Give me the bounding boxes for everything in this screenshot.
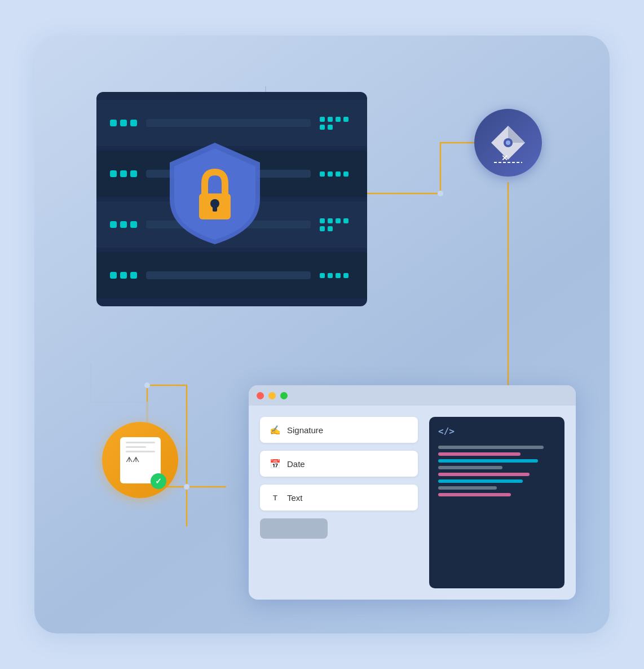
form-panel: ✍ Signature 📅 Date T Text <box>260 417 418 588</box>
date-icon: 📅 <box>269 457 281 470</box>
doc-line <box>126 442 155 443</box>
date-label: Date <box>287 459 305 469</box>
rack-dots-right <box>320 171 354 177</box>
pen-tool-icon: ✕ <box>486 120 531 165</box>
svg-point-7 <box>438 191 443 196</box>
close-button[interactable] <box>257 392 264 399</box>
rack-dot-small <box>343 171 349 177</box>
doc-line <box>126 451 155 452</box>
rack-dot-small <box>336 117 341 122</box>
svg-point-6 <box>184 484 189 490</box>
signature-circle: ᗑᗑ ✓ <box>102 422 178 498</box>
rack-dots-right <box>320 218 354 231</box>
rack-dot <box>110 221 117 228</box>
rack-dot <box>110 272 117 279</box>
rack-dot <box>130 272 137 279</box>
code-lines <box>438 446 555 500</box>
rack-dot-small <box>328 218 333 223</box>
outer-card: ✕ ᗑᗑ ✓ <box>34 36 610 633</box>
minimize-button[interactable] <box>268 392 276 399</box>
rack-dot-small <box>336 218 341 223</box>
rack-dot <box>130 120 137 126</box>
rack-dots-right <box>320 117 354 130</box>
pen-tool-circle: ✕ <box>474 109 542 177</box>
rack-dots-left <box>110 221 137 228</box>
rack-dot-small <box>343 273 349 278</box>
rack-dot-small <box>328 125 333 130</box>
text-field[interactable]: T Text <box>260 485 418 510</box>
text-label: Text <box>287 493 303 503</box>
rack-dot-small <box>343 117 349 122</box>
rack-dots-left <box>110 272 137 279</box>
code-line <box>438 459 538 463</box>
rack-dot <box>120 272 127 279</box>
code-line <box>438 446 544 449</box>
rack-dot-small <box>328 226 333 231</box>
maximize-button[interactable] <box>280 392 288 399</box>
app-window: ✍ Signature 📅 Date T Text </> <box>249 385 576 600</box>
rack-dot-small <box>320 226 325 231</box>
submit-button[interactable] <box>260 518 328 539</box>
code-line <box>438 473 530 476</box>
code-line <box>438 466 502 469</box>
text-field-icon: T <box>269 491 281 504</box>
rack-dot-small <box>336 273 341 278</box>
rack-dot-small <box>320 125 325 130</box>
rack-dots-left <box>110 120 137 126</box>
signature-document: ᗑᗑ ✓ <box>120 437 161 483</box>
code-panel: </> <box>429 417 564 588</box>
code-line <box>438 493 511 496</box>
rack-dot <box>120 221 127 228</box>
rack-dot-small <box>336 171 341 177</box>
rack-row <box>96 252 367 298</box>
signature-label: Signature <box>287 425 323 435</box>
svg-text:✕: ✕ <box>501 153 508 162</box>
rack-dot <box>110 170 117 177</box>
date-field[interactable]: 📅 Date <box>260 451 418 477</box>
code-tag-label: </> <box>438 426 555 437</box>
rack-dot <box>130 170 137 177</box>
signature-icon: ✍ <box>269 424 281 436</box>
code-line <box>438 479 523 483</box>
code-line <box>438 452 521 456</box>
window-titlebar <box>249 385 576 406</box>
rack-bar <box>146 119 311 127</box>
rack-dot-small <box>320 273 325 278</box>
svg-point-5 <box>144 382 150 388</box>
rack-dot-small <box>328 273 333 278</box>
rack-dot-small <box>320 171 325 177</box>
server-rack <box>96 92 367 306</box>
check-badge: ✓ <box>151 473 166 489</box>
code-line <box>438 486 497 490</box>
rack-dot-small <box>320 117 325 122</box>
svg-point-14 <box>506 140 510 145</box>
rack-dot <box>120 120 127 126</box>
signature-text: ᗑᗑ <box>126 455 155 464</box>
rack-dot-small <box>343 218 349 223</box>
rack-dot <box>110 120 117 126</box>
rack-dots-left <box>110 170 137 177</box>
rack-bar <box>146 271 311 279</box>
rack-dot-small <box>320 218 325 223</box>
doc-line <box>126 446 146 448</box>
signature-field[interactable]: ✍ Signature <box>260 417 418 443</box>
rack-dot-small <box>328 117 333 122</box>
window-body: ✍ Signature 📅 Date T Text </> <box>249 406 576 600</box>
svg-rect-10 <box>213 204 217 212</box>
rack-dot <box>130 221 137 228</box>
security-shield <box>164 137 266 250</box>
rack-dots-right <box>320 273 354 278</box>
rack-dot-small <box>328 171 333 177</box>
rack-dot <box>120 170 127 177</box>
